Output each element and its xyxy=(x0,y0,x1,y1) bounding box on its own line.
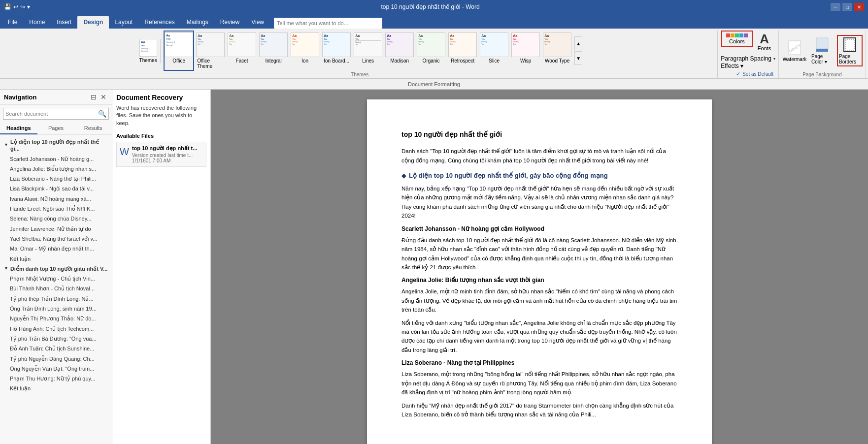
theme-integral[interactable]: Aa Title Heading Text Integral xyxy=(258,31,289,71)
doc-liza-para2: Danh hiệu "Mỹ nhân đẹp nhất thế giới 201… xyxy=(401,401,677,419)
nav-item-pham-thu[interactable]: Phạm Thu Hương: Nữ tỷ phú quy... xyxy=(0,374,112,383)
nav-item-label-lisa: Lisa Blackpink - Ngôi sao đa tài v... xyxy=(10,185,94,192)
page-background-group: DRAFT Watermark Page Color ▾ xyxy=(779,31,866,78)
tab-file[interactable]: File xyxy=(2,16,23,29)
minimize-btn[interactable]: ─ xyxy=(831,3,840,11)
search-btn[interactable]: 🔍 xyxy=(96,109,108,119)
nav-item-tran-dinh[interactable]: Ông Trần Đình Long, sinh năm 19... xyxy=(0,304,112,314)
nav-item-label-jennifer: Jennifer Lawrence: Nữ thần tự do xyxy=(10,225,91,232)
nav-item-bui[interactable]: Bùi Thành Nhơn - Chủ tịch Noval... xyxy=(0,284,112,293)
page-color-btn[interactable]: Page Color ▾ xyxy=(809,35,835,66)
set-default-btn[interactable]: ✓ Set as Default xyxy=(734,70,775,78)
themes-scroll-up[interactable]: ▲ xyxy=(574,36,582,50)
theme-preview-12: Aa Title Heading Text xyxy=(511,32,540,57)
recovery-file-name: top 10 người đẹp nhất t... xyxy=(132,145,203,152)
nav-item-yael[interactable]: Yael Shelbia: Nàng thơ Israel với v... xyxy=(0,234,112,244)
tab-references[interactable]: References xyxy=(138,16,180,29)
theme-ion-board[interactable]: Aa Title Heading Text Ion Board... xyxy=(321,31,352,71)
maximize-btn[interactable]: □ xyxy=(842,3,852,11)
nav-item-label-ho-hung: Hồ Hùng Anh: Chủ tịch Techcom... xyxy=(10,325,94,332)
tab-mailings[interactable]: Mailings xyxy=(181,16,214,29)
fonts-button[interactable]: A Fonts xyxy=(754,31,775,53)
nav-item-ket-luan-1[interactable]: Kết luận xyxy=(0,254,112,264)
theme-label-10: Retrospect xyxy=(451,58,474,63)
nav-item-pham[interactable]: Phạm Nhật Vượng - Chủ tịch Vin... xyxy=(0,274,112,284)
nav-close-btn[interactable]: ✕ xyxy=(99,93,108,101)
nav-item-ty-phu-thep[interactable]: Tỷ phú thép Trần Đình Long: Nả... xyxy=(0,294,112,304)
nav-item-label-pham: Phạm Nhật Vượng - Chủ tịch Vin... xyxy=(10,275,95,282)
nav-item-ket-luan-2[interactable]: Kết luận xyxy=(0,383,112,393)
theme-retrospect[interactable]: Aa Title Heading Text Retrospect xyxy=(447,31,478,71)
nav-item-label-scarlett: Scarlett Johansson - Nữ hoàng g... xyxy=(10,156,94,162)
theme-lines[interactable]: Aa Title Heading Text Lines xyxy=(353,31,383,71)
nav-item-mai[interactable]: Mai Omar - Mỹ nhân đẹp nhất th... xyxy=(0,244,112,254)
main-layout: Navigation ⊟ ✕ 🔍 Headings Pages Results … xyxy=(0,90,868,444)
nav-item-label-nguyen-thi: Nguyễn Thị Phương Thảo: Nữ đo... xyxy=(10,315,96,322)
nav-item-selena[interactable]: Selena: Nàng công chúa Disney... xyxy=(0,214,112,223)
themes-area: Aa Title Heading 1 Normal text Themes Aa… xyxy=(136,31,583,71)
nav-tab-headings[interactable]: Headings xyxy=(0,123,37,134)
theme-ion[interactable]: Aa Title Heading Text Ion xyxy=(290,31,320,71)
nav-item-nguyen-thi[interactable]: Nguyễn Thị Phương Thảo: Nữ đo... xyxy=(0,314,112,323)
tab-design[interactable]: Design xyxy=(77,16,109,29)
page-bg-content: DRAFT Watermark Page Color ▾ xyxy=(782,31,863,71)
nav-item-label-yael: Yael Shelbia: Nàng thơ Israel với v... xyxy=(10,235,97,242)
document-area[interactable]: top 10 người đẹp nhất thế giới Danh sách… xyxy=(211,90,868,444)
recovery-pane: Document Recovery Word has recovered the… xyxy=(112,90,211,444)
nav-item-hande[interactable]: Hande Ercel: Ngôi sao Thổ Nhĩ K... xyxy=(0,204,112,214)
nav-item-ivana[interactable]: Ivana Alawi: Nữ hoàng mang xã... xyxy=(0,194,112,204)
nav-item-liza[interactable]: Liza Soberano - Nàng thơ tại Phili... xyxy=(0,174,112,184)
theme-label-2: Office Theme xyxy=(197,58,224,69)
recovery-file-item[interactable]: W top 10 người đẹp nhất t... Version cre… xyxy=(116,142,206,167)
themes-scroll-down[interactable]: ▼ xyxy=(574,51,582,65)
close-btn[interactable]: ✕ xyxy=(854,3,864,11)
nav-item-ty-phu-nguyen[interactable]: Tỷ phú Nguyễn Đăng Quang: Ch... xyxy=(0,354,112,364)
nav-item-do-anh[interactable]: Đỗ Anh Tuấn: Chủ tịch Sunshine... xyxy=(0,344,112,353)
document-formatting-group: Colors A Fonts Paragraph Spacing ▾ Effec… xyxy=(718,31,779,78)
nav-item-ong-nguyen[interactable]: Ông Nguyễn Văn Đạt: "Ông trùm... xyxy=(0,364,112,374)
page-color-icon xyxy=(814,37,830,53)
nav-item-ty-phu-tran[interactable]: Tỷ phú Trần Bá Dương: "Ông vua... xyxy=(0,334,112,344)
nav-tab-pages[interactable]: Pages xyxy=(37,123,75,134)
nav-item-angelina[interactable]: Angelina Jolie: Biểu tượng nhan s... xyxy=(0,164,112,174)
doc-section1-heading: ◆ Lộ diện top 10 người đẹp nhất thế giới… xyxy=(401,171,677,181)
tab-home[interactable]: Home xyxy=(23,16,51,29)
theme-preview-11: Aa Title Heading Text xyxy=(480,32,508,57)
search-input[interactable] xyxy=(3,110,96,118)
nav-item-ho-hung[interactable]: Hồ Hùng Anh: Chủ tịch Techcom... xyxy=(0,324,112,334)
colors-label: Colors xyxy=(729,38,745,44)
tab-insert[interactable]: Insert xyxy=(51,16,77,29)
redo-btn[interactable]: ↪ xyxy=(20,3,25,10)
nav-item-label-selena: Selena: Nàng công chúa Disney... xyxy=(10,215,92,222)
nav-item-heading1[interactable]: ▼ Lộ diện top 10 người đẹp nhất thế gi..… xyxy=(0,137,112,154)
tab-layout[interactable]: Layout xyxy=(109,16,138,29)
tell-me-input[interactable] xyxy=(274,18,382,29)
paragraph-spacing-btn[interactable]: Paragraph Spacing ▾ xyxy=(721,55,775,62)
paragraph-spacing-chevron: ▾ xyxy=(773,57,775,61)
effects-btn[interactable]: Effects ▾ xyxy=(721,63,775,69)
theme-facet[interactable]: Aa Title Heading Text Facet xyxy=(227,31,257,71)
theme-wood-type[interactable]: Aa Title Heading Text Wood Type xyxy=(542,31,572,71)
undo-btn[interactable]: ↩ xyxy=(13,3,18,10)
nav-item-scarlett[interactable]: Scarlett Johansson - Nữ hoàng g... xyxy=(0,154,112,164)
watermark-btn[interactable]: DRAFT Watermark xyxy=(782,38,807,64)
colors-button[interactable]: Colors xyxy=(721,31,753,47)
nav-item-jennifer[interactable]: Jennifer Lawrence: Nữ thần tự do xyxy=(0,224,112,234)
theme-slice[interactable]: Aa Title Heading Text Slice xyxy=(479,31,509,71)
themes-dropdown-btn[interactable]: Aa Title Heading 1 Normal text Themes xyxy=(136,39,161,63)
theme-wisp[interactable]: Aa Title Heading Text Wisp xyxy=(510,31,541,71)
theme-madison[interactable]: Aa Title Heading Text Madison xyxy=(384,31,415,71)
theme-office-theme[interactable]: Aa Title Heading Text Office Theme xyxy=(195,31,226,71)
set-default-label: Set as Default xyxy=(742,71,773,77)
save-quick-btn[interactable]: 💾 xyxy=(4,3,11,10)
nav-collapse-btn[interactable]: ⊟ xyxy=(89,93,98,101)
nav-item-lisa[interactable]: Lisa Blackpink - Ngôi sao đa tài v... xyxy=(0,184,112,193)
tab-view[interactable]: View xyxy=(245,16,270,29)
svg-rect-4 xyxy=(844,38,856,52)
nav-tab-results[interactable]: Results xyxy=(74,123,112,134)
tab-review[interactable]: Review xyxy=(214,16,245,29)
page-borders-btn[interactable]: Page Borders xyxy=(837,35,863,66)
nav-item-heading2[interactable]: ▼ Điểm danh top 10 người giàu nhất V... xyxy=(0,264,112,274)
theme-organic[interactable]: Aa Title Heading Text Organic xyxy=(416,31,446,71)
theme-office[interactable]: Aa Title Heading 1 Normal Office xyxy=(164,31,194,71)
